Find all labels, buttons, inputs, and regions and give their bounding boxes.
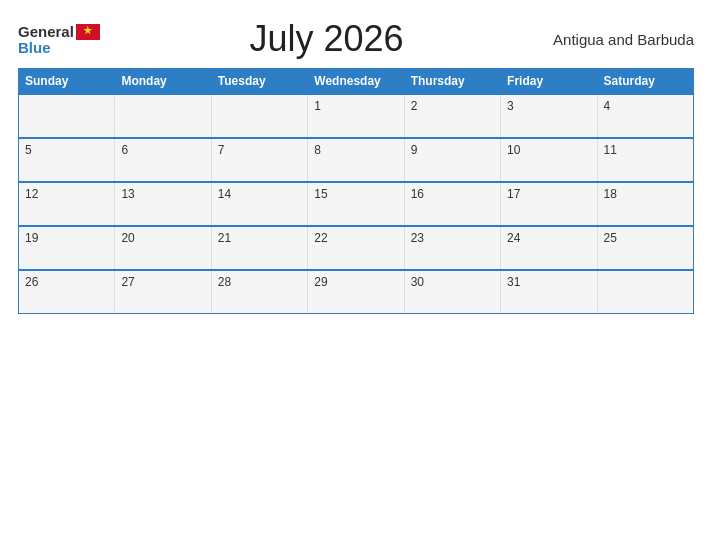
calendar-week-row: 12131415161718 (19, 182, 694, 226)
calendar-day-cell: 18 (597, 182, 693, 226)
calendar-day-cell: 22 (308, 226, 404, 270)
calendar-day-cell: 31 (501, 270, 597, 314)
calendar-day-cell: 20 (115, 226, 211, 270)
logo-blue-text: Blue (18, 40, 51, 55)
calendar-day-cell: 7 (211, 138, 307, 182)
logo: General Blue (18, 24, 100, 55)
calendar-day-cell: 13 (115, 182, 211, 226)
calendar-day-cell: 3 (501, 94, 597, 138)
col-friday: Friday (501, 69, 597, 95)
calendar-week-row: 567891011 (19, 138, 694, 182)
calendar-day-cell: 10 (501, 138, 597, 182)
day-number: 28 (218, 275, 231, 289)
day-number: 15 (314, 187, 327, 201)
calendar-day-cell: 25 (597, 226, 693, 270)
calendar-day-cell: 29 (308, 270, 404, 314)
logo-flag-icon (76, 24, 100, 40)
calendar-day-cell: 9 (404, 138, 500, 182)
calendar-week-row: 262728293031 (19, 270, 694, 314)
day-number: 6 (121, 143, 128, 157)
col-tuesday: Tuesday (211, 69, 307, 95)
calendar-day-cell: 12 (19, 182, 115, 226)
day-number: 13 (121, 187, 134, 201)
calendar-day-cell: 21 (211, 226, 307, 270)
day-number: 17 (507, 187, 520, 201)
day-number: 24 (507, 231, 520, 245)
page: General Blue July 2026 Antigua and Barbu… (0, 0, 712, 550)
calendar-day-cell: 28 (211, 270, 307, 314)
calendar-day-cell: 11 (597, 138, 693, 182)
calendar-day-cell: 26 (19, 270, 115, 314)
calendar-week-row: 19202122232425 (19, 226, 694, 270)
day-number: 5 (25, 143, 32, 157)
day-number: 3 (507, 99, 514, 113)
day-number: 11 (604, 143, 617, 157)
calendar-header-row: Sunday Monday Tuesday Wednesday Thursday… (19, 69, 694, 95)
calendar-day-cell: 4 (597, 94, 693, 138)
day-number: 26 (25, 275, 38, 289)
day-number: 29 (314, 275, 327, 289)
day-number: 9 (411, 143, 418, 157)
calendar-week-row: 1234 (19, 94, 694, 138)
day-number: 31 (507, 275, 520, 289)
logo-general-text: General (18, 24, 74, 39)
col-sunday: Sunday (19, 69, 115, 95)
calendar-day-cell: 8 (308, 138, 404, 182)
calendar-day-cell: 27 (115, 270, 211, 314)
calendar-day-cell: 19 (19, 226, 115, 270)
header: General Blue July 2026 Antigua and Barbu… (18, 18, 694, 60)
day-number: 16 (411, 187, 424, 201)
day-number: 27 (121, 275, 134, 289)
calendar-day-cell (115, 94, 211, 138)
col-saturday: Saturday (597, 69, 693, 95)
calendar-day-cell: 30 (404, 270, 500, 314)
day-number: 1 (314, 99, 321, 113)
col-thursday: Thursday (404, 69, 500, 95)
day-number: 10 (507, 143, 520, 157)
day-number: 22 (314, 231, 327, 245)
calendar-day-cell: 2 (404, 94, 500, 138)
calendar-day-cell (211, 94, 307, 138)
calendar-day-cell: 1 (308, 94, 404, 138)
day-number: 12 (25, 187, 38, 201)
calendar-day-cell: 6 (115, 138, 211, 182)
calendar-day-cell (597, 270, 693, 314)
col-monday: Monday (115, 69, 211, 95)
day-number: 21 (218, 231, 231, 245)
calendar-day-cell (19, 94, 115, 138)
day-number: 23 (411, 231, 424, 245)
month-title: July 2026 (100, 18, 553, 60)
col-wednesday: Wednesday (308, 69, 404, 95)
day-number: 19 (25, 231, 38, 245)
day-number: 7 (218, 143, 225, 157)
calendar-table: Sunday Monday Tuesday Wednesday Thursday… (18, 68, 694, 314)
calendar-day-cell: 16 (404, 182, 500, 226)
day-number: 25 (604, 231, 617, 245)
day-number: 18 (604, 187, 617, 201)
calendar-day-cell: 17 (501, 182, 597, 226)
calendar-day-cell: 15 (308, 182, 404, 226)
day-number: 4 (604, 99, 611, 113)
country-name: Antigua and Barbuda (553, 31, 694, 48)
calendar-day-cell: 24 (501, 226, 597, 270)
day-number: 20 (121, 231, 134, 245)
calendar-day-cell: 14 (211, 182, 307, 226)
day-number: 14 (218, 187, 231, 201)
calendar-day-cell: 23 (404, 226, 500, 270)
day-number: 2 (411, 99, 418, 113)
day-number: 30 (411, 275, 424, 289)
calendar-day-cell: 5 (19, 138, 115, 182)
day-number: 8 (314, 143, 321, 157)
